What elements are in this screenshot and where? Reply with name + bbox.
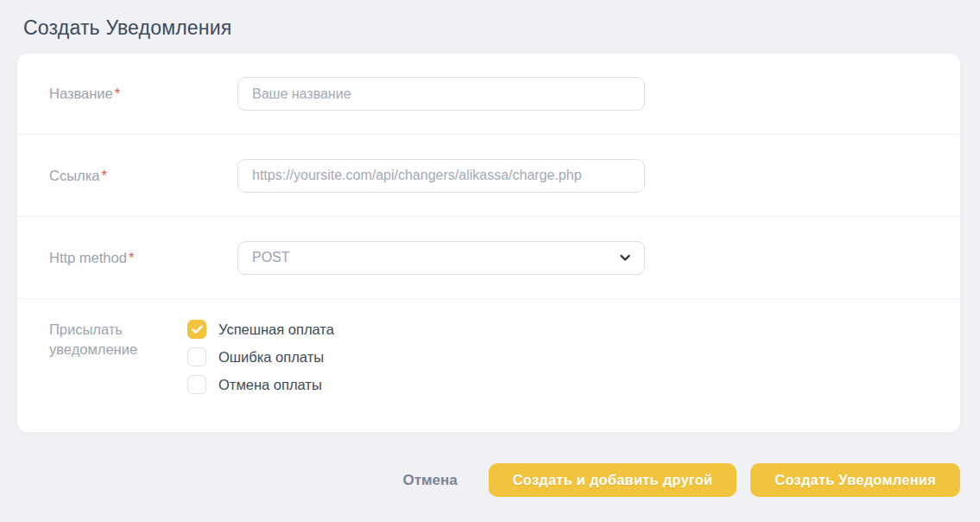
url-label: Ссылка* xyxy=(49,166,237,186)
form-row-http-method: Http method* POST xyxy=(17,217,960,299)
required-asterisk: * xyxy=(101,168,106,183)
form-footer: Отмена Создать и добавить другой Создать… xyxy=(17,463,960,497)
checkbox-success-payment[interactable]: Успешная оплата xyxy=(187,320,334,339)
form-row-notifications: Присылать уведомление Успешная оплата xyxy=(17,299,960,431)
notification-checkbox-group: Успешная оплата Ошибка оплаты xyxy=(187,320,334,394)
url-input[interactable] xyxy=(237,159,645,193)
http-method-select[interactable]: POST xyxy=(237,241,645,275)
page-title: Создать Уведомления xyxy=(23,16,231,40)
cancel-button[interactable]: Отмена xyxy=(395,472,464,489)
create-notification-page: Создать Уведомления Название* Ссылка* Ht… xyxy=(0,0,980,522)
name-label: Название* xyxy=(49,84,237,104)
form-row-name: Название* xyxy=(17,54,960,135)
checkbox-checked-icon xyxy=(187,320,206,339)
checkbox-label: Отмена оплаты xyxy=(218,377,322,393)
checkbox-unchecked-icon xyxy=(187,375,206,394)
create-notification-button[interactable]: Создать Уведомления xyxy=(750,463,960,497)
notifications-label: Присылать уведомление xyxy=(49,320,187,360)
http-method-label: Http method* xyxy=(49,248,237,268)
chevron-down-icon xyxy=(618,251,632,264)
checkbox-label: Успешная оплата xyxy=(218,321,334,338)
checkbox-error-payment[interactable]: Ошибка оплаты xyxy=(187,347,334,366)
http-method-selected-value: POST xyxy=(252,250,290,265)
form-row-url: Ссылка* xyxy=(17,135,960,217)
name-input[interactable] xyxy=(237,77,645,111)
checkbox-label: Ошибка оплаты xyxy=(218,349,324,366)
checkbox-unchecked-icon xyxy=(187,347,206,366)
required-asterisk: * xyxy=(129,250,134,265)
notification-form-card: Название* Ссылка* Http method* POST xyxy=(17,54,960,432)
create-and-add-another-button[interactable]: Создать и добавить другой xyxy=(489,463,737,497)
required-asterisk: * xyxy=(115,86,120,101)
checkbox-cancel-payment[interactable]: Отмена оплаты xyxy=(187,375,334,394)
